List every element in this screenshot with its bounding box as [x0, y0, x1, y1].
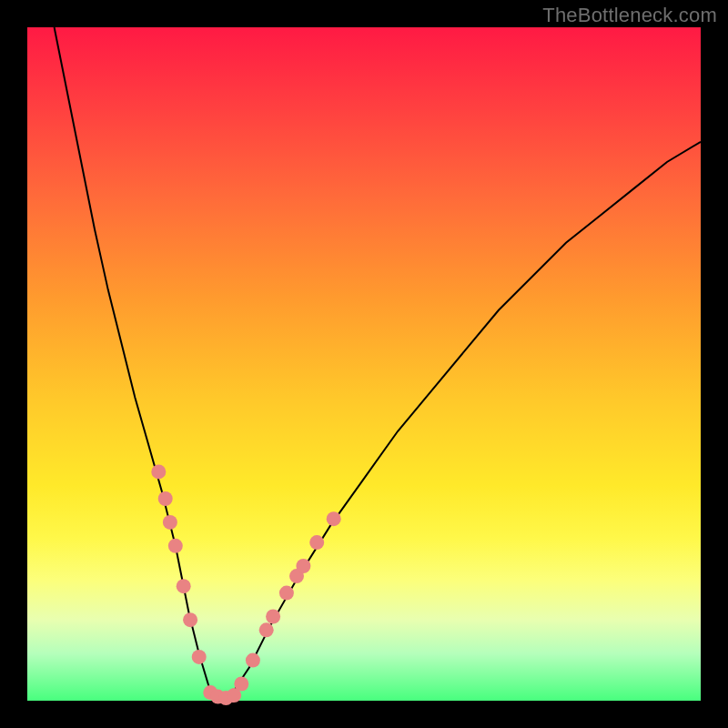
- data-marker: [246, 653, 260, 668]
- data-marker: [168, 539, 183, 553]
- data-marker: [177, 579, 191, 593]
- chart-svg: [27, 27, 701, 701]
- data-marker: [266, 610, 280, 624]
- chart-frame: [27, 27, 701, 701]
- data-marker: [234, 677, 248, 692]
- data-marker: [309, 535, 324, 550]
- data-marker: [151, 464, 166, 479]
- data-marker: [259, 622, 274, 637]
- data-marker: [158, 491, 173, 506]
- data-marker: [183, 612, 197, 627]
- data-marker: [279, 586, 294, 601]
- bottleneck-curve: [55, 27, 701, 701]
- data-marker: [192, 650, 207, 664]
- data-marker: [327, 511, 341, 526]
- marker-group: [151, 464, 340, 705]
- data-marker: [296, 559, 310, 573]
- data-marker: [163, 515, 177, 530]
- watermark-label: TheBottleneck.com: [542, 4, 717, 27]
